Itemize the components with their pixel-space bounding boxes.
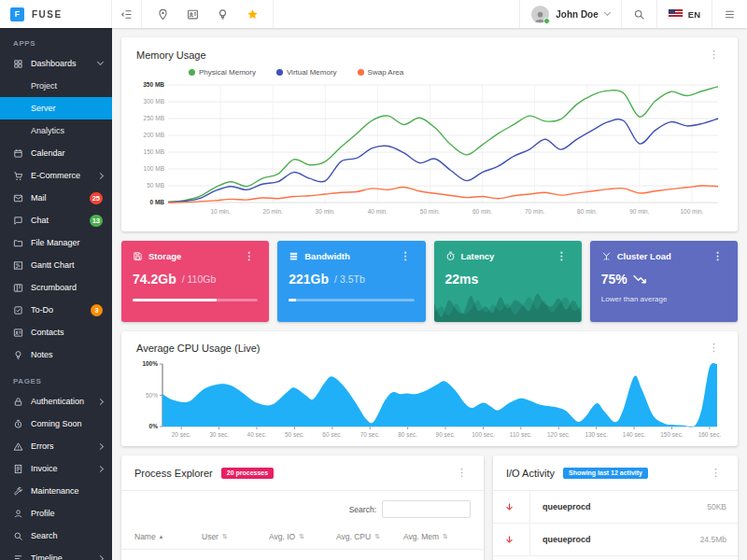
sidebar-item-calendar[interactable]: Calendar: [0, 142, 112, 164]
bandwidth-header: Bandwidth: [289, 249, 414, 263]
todo-icon: [13, 305, 23, 315]
star-icon: [247, 8, 259, 21]
sidebar-item-notes[interactable]: Notes: [0, 343, 112, 366]
sidebar-item-label: Invoice: [31, 464, 91, 473]
svg-text:0%: 0%: [149, 423, 159, 429]
sidebar-item-e-commerce[interactable]: E-Commerce: [0, 164, 112, 187]
badge-chat: 13: [90, 215, 103, 227]
column-header-avg-io[interactable]: Avg. IO: [269, 532, 336, 541]
board-icon: [13, 283, 23, 293]
process-explorer-menu-button[interactable]: [453, 466, 471, 480]
svg-text:0 MB: 0 MB: [149, 199, 164, 205]
shortcut-contacts-button[interactable]: [177, 0, 207, 28]
io-process-name: queueprocd: [530, 524, 700, 555]
io-activity-menu-button[interactable]: [707, 466, 725, 480]
svg-text:130 sec.: 130 sec.: [585, 431, 608, 438]
sidebar-item-dashboards[interactable]: Dashboards: [0, 52, 112, 75]
process-search-input[interactable]: [382, 500, 471, 518]
legend-dot: [189, 69, 195, 76]
legend-swap-area[interactable]: Swap Area: [358, 68, 404, 77]
sidebar-item-search[interactable]: Search: [0, 525, 112, 547]
cluster-load-title: Cluster Load: [617, 251, 671, 261]
grid-icon: [13, 59, 23, 69]
sidebar-item-gantt-chart[interactable]: Gantt Chart: [0, 254, 112, 276]
svg-text:100 sec.: 100 sec.: [472, 431, 495, 438]
sidebar-item-contacts[interactable]: Contacts: [0, 321, 112, 343]
svg-text:30 min.: 30 min.: [316, 208, 336, 215]
total-text: / 110Gb: [182, 273, 217, 285]
cluster-load-value: 75%: [601, 272, 726, 287]
app-logo[interactable]: F FUSE: [0, 0, 112, 28]
warning-icon: [13, 441, 23, 452]
language-selector[interactable]: EN: [656, 0, 712, 28]
cpu-usage-menu-button[interactable]: [705, 341, 723, 355]
trend-down-icon: [633, 274, 647, 284]
toolbar-spacer: [274, 0, 519, 28]
memory-usage-chart: 10 min.20 min.30 min.40 min.50 min.60 mi…: [136, 77, 723, 218]
svg-text:70 min.: 70 min.: [525, 208, 545, 215]
search-icon: [13, 531, 23, 541]
sidebar-item-analytics[interactable]: Analytics: [0, 119, 112, 142]
sidebar-item-errors[interactable]: Errors: [0, 435, 112, 457]
chevron-right-icon: [97, 442, 104, 449]
sidebar-item-file-manager[interactable]: File Manager: [0, 231, 112, 254]
sidebar-item-to-do[interactable]: To-Do3: [0, 299, 112, 321]
svg-text:60 min.: 60 min.: [472, 208, 493, 215]
search-label: Search:: [349, 505, 376, 514]
cluster-load-menu-button[interactable]: [709, 249, 726, 263]
sidebar-collapse-button[interactable]: [112, 0, 142, 28]
shortcut-favorites-button[interactable]: [237, 0, 267, 28]
sidebar-item-authentication[interactable]: Authentication: [0, 390, 112, 413]
location-icon: [157, 8, 169, 21]
sidebar-item-server[interactable]: Server: [0, 97, 112, 119]
column-header-avg-cpu[interactable]: Avg. CPU: [336, 532, 403, 541]
legend-physical-memory[interactable]: Physical Memory: [189, 68, 256, 77]
memory-usage-menu-button[interactable]: [705, 48, 723, 62]
column-header-name[interactable]: Name: [134, 532, 202, 541]
legend-dot: [276, 69, 283, 76]
svg-text:50%: 50%: [146, 392, 158, 399]
mail-icon: [13, 193, 23, 203]
shortcut-location-button[interactable]: [148, 0, 177, 28]
timeline-icon: [13, 553, 23, 560]
svg-text:100 MB: 100 MB: [144, 165, 164, 172]
bandwidth-menu-button[interactable]: [397, 249, 415, 263]
sidebar-item-label: Chat: [31, 216, 82, 225]
io-activity-row[interactable]: queueprocd24.5Mb: [493, 524, 738, 556]
sidebar-item-coming-soon[interactable]: Coming Soon: [0, 413, 112, 435]
sidebar-item-maintenance[interactable]: Maintenance: [0, 480, 112, 502]
svg-text:40 sec.: 40 sec.: [247, 431, 267, 438]
io-activity-row[interactable]: queueprocd50KB: [493, 491, 738, 524]
column-header-user[interactable]: User: [202, 532, 269, 541]
sidebar-item-label: Search: [31, 531, 103, 540]
sidebar-item-label: Gantt Chart: [31, 260, 103, 270]
quick-panel-button[interactable]: [712, 0, 747, 28]
sidebar-item-mail[interactable]: Mail25: [0, 187, 112, 209]
legend-virtual-memory[interactable]: Virtual Memory: [276, 68, 337, 77]
column-header-avg-mem[interactable]: Avg. Mem: [403, 532, 471, 541]
svg-text:20 sec.: 20 sec.: [172, 431, 191, 438]
svg-text:300 MB: 300 MB: [144, 98, 164, 105]
svg-text:100 min.: 100 min.: [680, 208, 703, 215]
avatar: [531, 6, 549, 23]
svg-text:200 MB: 200 MB: [144, 132, 164, 138]
svg-text:150 sec.: 150 sec.: [660, 431, 684, 438]
sidebar-item-project[interactable]: Project: [0, 75, 112, 97]
search-button[interactable]: [621, 0, 656, 28]
person-icon: [13, 509, 23, 519]
sidebar-item-profile[interactable]: Profile: [0, 502, 112, 525]
user-menu[interactable]: John Doe: [519, 0, 621, 28]
sidebar-item-scrumboard[interactable]: Scrumboard: [0, 276, 112, 299]
process-count-badge: 20 processes: [221, 468, 274, 479]
sidebar-item-chat[interactable]: Chat13: [0, 209, 112, 231]
svg-text:90 sec.: 90 sec.: [436, 431, 456, 438]
sidebar-item-label: Calendar: [31, 148, 103, 158]
latency-menu-button[interactable]: [553, 249, 571, 263]
sidebar-item-timeline[interactable]: Timeline: [0, 547, 112, 560]
sidebar-item-invoice[interactable]: Invoice: [0, 457, 112, 480]
shortcut-notes-button[interactable]: [207, 0, 237, 28]
timer-icon: [445, 251, 456, 261]
process-explorer-card: Process Explorer 20 processes Search: Na…: [121, 455, 484, 560]
storage-menu-button[interactable]: [240, 249, 258, 263]
disk-icon: [133, 251, 143, 261]
